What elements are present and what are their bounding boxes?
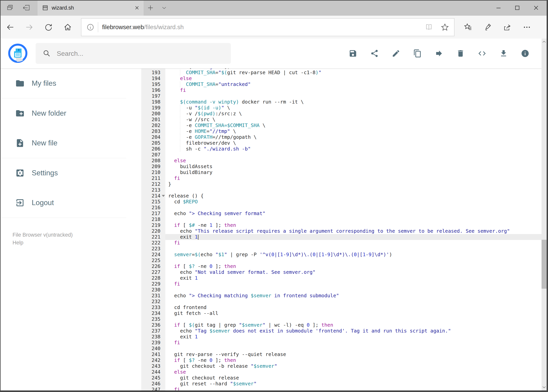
code-line[interactable]: 202 -e COMMIT_SHA=$COMMIT_SHA \ xyxy=(126,123,542,128)
scroll-down-icon[interactable] xyxy=(541,384,547,390)
download-button[interactable] xyxy=(499,49,508,58)
line-number[interactable]: 210 xyxy=(141,169,165,175)
copy-button[interactable] xyxy=(413,49,422,58)
line-number[interactable]: 206 xyxy=(141,146,165,152)
code-line[interactable]: 240 xyxy=(126,346,542,351)
code-line[interactable]: 220 echo "This release script requires a… xyxy=(126,228,542,234)
favorite-star-icon[interactable] xyxy=(441,23,449,31)
code-line[interactable]: 203 -e HOME="//tmp" \ xyxy=(126,128,542,134)
delete-button[interactable] xyxy=(456,49,465,58)
line-number[interactable]: 238 xyxy=(141,334,165,340)
line-number[interactable]: 232 xyxy=(141,299,165,305)
code-line[interactable]: 235 xyxy=(126,316,542,322)
reading-view-icon[interactable] xyxy=(425,23,433,31)
line-number[interactable]: 229 xyxy=(141,281,165,287)
code-text[interactable]: COMMIT_SHA="$(git rev-parse HEAD | cut -… xyxy=(165,70,542,76)
code-line[interactable]: 239 fi xyxy=(126,340,542,346)
code-text[interactable]: else xyxy=(165,158,542,164)
code-line[interactable]: 205 filebrowser/dev \ xyxy=(126,140,542,146)
code-line[interactable]: 245 git checkout release xyxy=(126,375,542,381)
code-line[interactable]: 204 -e GOPATH=//tmp/gopath \ xyxy=(126,134,542,140)
line-number[interactable]: 197 xyxy=(141,93,165,99)
code-text[interactable]: echo "Tag $semver does not exist in subm… xyxy=(165,328,542,334)
line-number[interactable]: 193 xyxy=(141,70,165,76)
line-number[interactable]: 222 xyxy=(141,240,165,246)
code-line[interactable]: 209 buildAssets xyxy=(126,164,542,169)
line-number[interactable]: 205 xyxy=(141,140,165,146)
code-line[interactable]: 216 xyxy=(126,205,542,210)
sidebar-item-settings[interactable]: Settings xyxy=(0,158,126,188)
code-line[interactable]: 237 echo "Tag $semver does not exist in … xyxy=(126,328,542,334)
code-text[interactable]: -w //src \ xyxy=(165,117,542,123)
code-line[interactable]: 196 fi xyxy=(126,87,542,93)
code-line[interactable]: 199 -u "$(id -u)" \ xyxy=(126,105,542,111)
line-number[interactable]: 209 xyxy=(141,164,165,169)
code-text[interactable]: echo "> Checking matching $semver in fro… xyxy=(165,293,542,299)
window-close-button[interactable] xyxy=(533,5,539,11)
save-button[interactable] xyxy=(349,49,357,58)
line-number[interactable]: 200 xyxy=(141,111,165,117)
code-text[interactable] xyxy=(165,299,542,305)
line-number[interactable]: 247 xyxy=(141,387,165,391)
line-number[interactable]: 223 xyxy=(141,246,165,252)
tab-preview-icon[interactable] xyxy=(6,4,14,12)
code-text[interactable]: if [ $? -ne 0 ]; then xyxy=(165,263,542,269)
code-line[interactable]: 219 if [ $# -ne 1 ]; then xyxy=(126,222,542,228)
code-line[interactable]: 213 xyxy=(126,187,542,193)
code-text[interactable] xyxy=(165,287,542,293)
code-text[interactable]: git rev-parse --verify --quiet release xyxy=(165,351,542,357)
code-text[interactable]: if [ $(git tag | grep "$semver" | wc -l)… xyxy=(165,322,542,328)
forward-button[interactable] xyxy=(23,21,35,33)
code-text[interactable] xyxy=(165,316,542,322)
line-number[interactable]: 234 xyxy=(141,310,165,316)
code-text[interactable]: buildBinary xyxy=(165,169,542,175)
code-text[interactable]: if [ $# -ne 1 ]; then xyxy=(165,222,542,228)
code-text[interactable]: cd $REPO xyxy=(165,199,542,205)
fold-arrow-icon[interactable] xyxy=(162,195,165,197)
line-number[interactable]: 243 xyxy=(141,363,165,369)
line-number[interactable]: 237 xyxy=(141,328,165,334)
line-number[interactable]: 211 xyxy=(141,175,165,181)
line-number[interactable]: 228 xyxy=(141,275,165,281)
sidebar-item-new-file[interactable]: New file xyxy=(0,128,126,158)
code-text[interactable]: COMMIT_SHA="untracked" xyxy=(165,81,542,87)
rename-button[interactable] xyxy=(392,49,400,58)
code-text[interactable]: release () { xyxy=(165,193,542,199)
line-number[interactable]: 244 xyxy=(141,369,165,375)
new-tab-button[interactable] xyxy=(144,0,157,16)
line-number[interactable]: 235 xyxy=(141,316,165,322)
share-page-icon[interactable] xyxy=(503,23,512,32)
code-text[interactable] xyxy=(165,258,542,263)
code-text[interactable]: -e HOME="//tmp" \ xyxy=(165,128,542,134)
code-line[interactable]: 195 COMMIT_SHA="untracked" xyxy=(126,81,542,87)
sidebar-item-new-folder[interactable]: New folder xyxy=(0,98,126,128)
scroll-up-icon[interactable] xyxy=(541,39,547,45)
line-number[interactable]: 231 xyxy=(141,293,165,299)
help-link[interactable]: Help xyxy=(13,239,73,247)
code-text[interactable]: -e GOPATH=//tmp/gopath \ xyxy=(165,134,542,140)
code-text[interactable] xyxy=(165,205,542,210)
code-text[interactable]: exit 1 xyxy=(165,275,542,281)
code-text[interactable]: else xyxy=(165,369,542,375)
share-button[interactable] xyxy=(370,49,379,58)
line-number[interactable]: 195 xyxy=(141,81,165,87)
line-number[interactable]: 233 xyxy=(141,305,165,310)
annotate-pen-icon[interactable] xyxy=(483,23,492,32)
code-text[interactable]: fi xyxy=(165,175,542,181)
code-text[interactable] xyxy=(165,246,542,252)
code-line[interactable]: 221 exit 1 xyxy=(126,234,542,240)
code-line[interactable]: 234 git fetch --all xyxy=(126,310,542,316)
set-tabs-aside-icon[interactable] xyxy=(22,4,30,12)
code-text[interactable]: echo "Not valid semver format. See semve… xyxy=(165,269,542,275)
line-number[interactable]: 212 xyxy=(141,181,165,187)
code-text[interactable]: buildAssets xyxy=(165,164,542,169)
line-number[interactable]: 203 xyxy=(141,128,165,134)
code-line[interactable]: 210 buildBinary xyxy=(126,169,542,175)
code-text[interactable] xyxy=(165,217,542,222)
line-number[interactable]: 220 xyxy=(141,228,165,234)
line-number[interactable]: 214 xyxy=(141,193,165,199)
code-line[interactable]: 207 xyxy=(126,152,542,158)
line-number[interactable]: 226 xyxy=(141,263,165,269)
code-text[interactable]: git reset --hard "$semver" xyxy=(165,381,542,387)
line-number[interactable]: 198 xyxy=(141,99,165,105)
